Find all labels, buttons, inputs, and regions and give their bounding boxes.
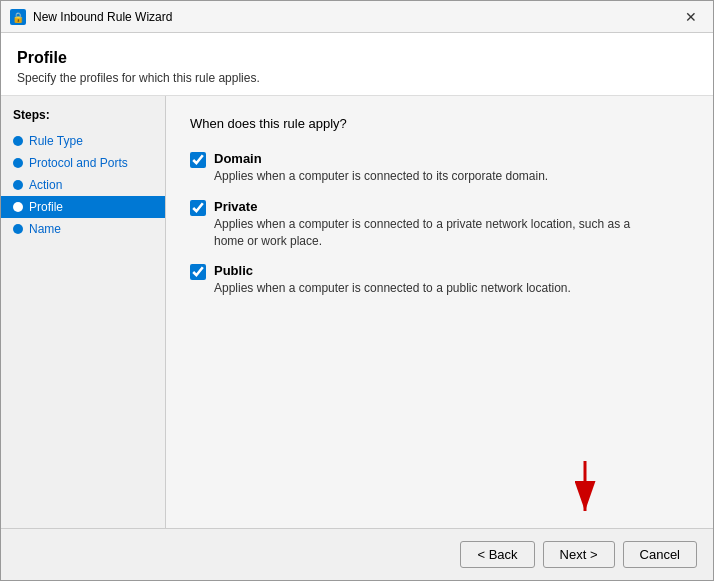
- step-dot: [13, 136, 23, 146]
- close-button[interactable]: ✕: [677, 3, 705, 31]
- steps-label: Steps:: [1, 108, 165, 130]
- title-bar: 🔒 New Inbound Rule Wizard ✕: [1, 1, 713, 33]
- domain-checkbox-item: Domain Applies when a computer is connec…: [190, 151, 689, 185]
- domain-label: Domain: [214, 151, 548, 166]
- page-subtitle: Specify the profiles for which this rule…: [17, 71, 697, 85]
- step-dot: [13, 180, 23, 190]
- step-dot: [13, 202, 23, 212]
- domain-desc: Applies when a computer is connected to …: [214, 168, 548, 185]
- header-section: Profile Specify the profiles for which t…: [1, 33, 713, 96]
- sidebar-item-profile[interactable]: Profile: [1, 196, 165, 218]
- step-dot: [13, 158, 23, 168]
- content-area: Steps: Rule Type Protocol and Ports Acti…: [1, 96, 713, 528]
- private-label: Private: [214, 199, 654, 214]
- sidebar-item-label: Rule Type: [29, 134, 83, 148]
- private-desc: Applies when a computer is connected to …: [214, 216, 654, 250]
- next-button[interactable]: Next >: [543, 541, 615, 568]
- back-button[interactable]: < Back: [460, 541, 534, 568]
- public-content: Public Applies when a computer is connec…: [214, 263, 571, 297]
- page-title: Profile: [17, 49, 697, 67]
- arrow-icon: [567, 461, 603, 521]
- wizard-window: 🔒 New Inbound Rule Wizard ✕ Profile Spec…: [0, 0, 714, 581]
- window-icon: 🔒: [9, 8, 27, 26]
- sidebar-item-label: Action: [29, 178, 62, 192]
- window-title: New Inbound Rule Wizard: [33, 10, 677, 24]
- sidebar-item-name[interactable]: Name: [1, 218, 165, 240]
- domain-content: Domain Applies when a computer is connec…: [214, 151, 548, 185]
- sidebar-item-protocol-ports[interactable]: Protocol and Ports: [1, 152, 165, 174]
- public-checkbox-item: Public Applies when a computer is connec…: [190, 263, 689, 297]
- checkbox-group: Domain Applies when a computer is connec…: [190, 151, 689, 297]
- private-content: Private Applies when a computer is conne…: [214, 199, 654, 250]
- sidebar-item-action[interactable]: Action: [1, 174, 165, 196]
- question-text: When does this rule apply?: [190, 116, 689, 131]
- sidebar-item-label: Name: [29, 222, 61, 236]
- domain-checkbox[interactable]: [190, 152, 206, 168]
- sidebar-item-label: Protocol and Ports: [29, 156, 128, 170]
- sidebar-item-rule-type[interactable]: Rule Type: [1, 130, 165, 152]
- step-dot: [13, 224, 23, 234]
- next-arrow-indicator: [567, 461, 603, 521]
- public-desc: Applies when a computer is connected to …: [214, 280, 571, 297]
- public-label: Public: [214, 263, 571, 278]
- private-checkbox[interactable]: [190, 200, 206, 216]
- sidebar: Steps: Rule Type Protocol and Ports Acti…: [1, 96, 166, 528]
- footer: < Back Next > Cancel: [1, 528, 713, 580]
- public-checkbox[interactable]: [190, 264, 206, 280]
- sidebar-item-label: Profile: [29, 200, 63, 214]
- cancel-button[interactable]: Cancel: [623, 541, 697, 568]
- main-content: When does this rule apply? Domain Applie…: [166, 96, 713, 528]
- private-checkbox-item: Private Applies when a computer is conne…: [190, 199, 689, 250]
- svg-text:🔒: 🔒: [12, 11, 25, 24]
